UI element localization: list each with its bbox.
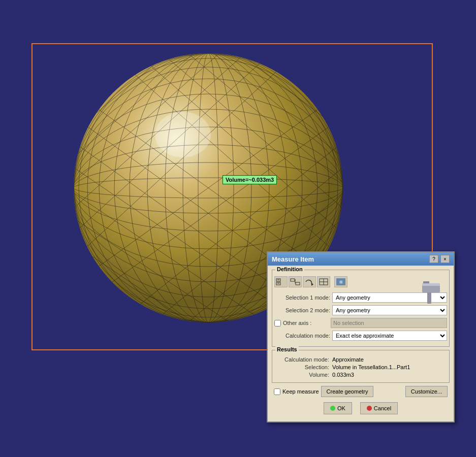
selection2-row: Selection 2 mode: Any geometry [274, 305, 447, 315]
svg-point-47 [155, 112, 211, 157]
dialog-body: Definition [268, 266, 454, 421]
calc-mode-label: Calculation mode: [274, 333, 330, 339]
definition-section: Definition [272, 270, 450, 347]
toolbar-icon-3[interactable] [303, 276, 316, 287]
other-axis-label: Other axis : [283, 320, 329, 326]
cancel-button[interactable]: Cancel [360, 402, 398, 414]
volume-tooltip: Volume=~0.033m3 [223, 175, 277, 184]
result-volume-label: Volume: [276, 372, 332, 378]
hammer-icon [417, 273, 445, 306]
help-button[interactable]: ? [429, 255, 438, 263]
ok-label: OK [337, 405, 345, 411]
selection2-label: Selection 2 mode: [274, 307, 330, 313]
other-axis-checkbox[interactable] [274, 320, 281, 327]
svg-rect-48 [427, 291, 431, 304]
result-calc-mode-value: Approximate [332, 356, 364, 363]
create-geometry-button[interactable]: Create geometry [321, 386, 374, 397]
dialog-title: Measure Item [272, 255, 314, 263]
results-legend: Results [275, 346, 299, 352]
result-calc-mode-label: Calculation mode: [276, 356, 332, 363]
results-content: Calculation mode: Approximate Selection:… [272, 350, 449, 382]
svg-rect-51 [422, 283, 440, 286]
toolbar-icon-4[interactable] [317, 276, 330, 287]
toolbar-icon-5[interactable]: ⊞ [334, 276, 347, 287]
keep-measure-checkbox[interactable] [274, 388, 280, 395]
toolbar-icon-2[interactable] [289, 276, 302, 287]
customize-button[interactable]: Customize... [405, 386, 448, 397]
volume-tooltip-text: Volume=~0.033m3 [226, 177, 274, 183]
close-button[interactable]: × [440, 255, 450, 263]
toolbar-icon-1[interactable] [274, 276, 288, 287]
ok-icon [330, 406, 335, 411]
result-selection-label: Selection: [276, 364, 332, 370]
dialog-titlebar: Measure Item ? × [268, 252, 454, 266]
dialog-title-buttons: ? × [429, 255, 450, 263]
keep-measure-label: Keep measure [282, 388, 319, 395]
result-selection-row: Selection: Volume in Tessellation.1...Pa… [276, 364, 445, 370]
selection2-select[interactable]: Any geometry [332, 305, 447, 315]
3d-viewport: Volume=~0.033m3 Measure Item ? × Definit… [0, 0, 476, 457]
svg-marker-60 [311, 283, 313, 286]
result-calc-mode-row: Calculation mode: Approximate [276, 356, 445, 363]
cancel-icon [367, 406, 372, 411]
calc-mode-row: Calculation mode: Exact else approximate [274, 331, 447, 341]
results-section: Results Calculation mode: Approximate Se… [272, 350, 450, 383]
selection1-label: Selection 1 mode: [274, 295, 330, 301]
ok-button[interactable]: OK [324, 402, 352, 414]
measure-item-dialog: Measure Item ? × Definition [267, 251, 455, 422]
other-axis-input [331, 318, 447, 328]
result-volume-value: 0.033m3 [332, 372, 354, 378]
svg-rect-56 [291, 279, 295, 281]
definition-legend: Definition [275, 266, 304, 272]
other-axis-row: Other axis : [274, 318, 447, 328]
svg-text:⊞: ⊞ [339, 280, 343, 284]
calc-mode-select[interactable]: Exact else approximate [332, 331, 447, 341]
result-selection-value: Volume in Tessellation.1...Part1 [332, 364, 410, 370]
cancel-label: Cancel [374, 405, 391, 411]
action-row: Keep measure Create geometry Customize..… [272, 386, 450, 397]
svg-rect-57 [296, 282, 300, 285]
result-volume-row: Volume: 0.033m3 [276, 372, 445, 378]
ok-cancel-row: OK Cancel [272, 400, 450, 417]
